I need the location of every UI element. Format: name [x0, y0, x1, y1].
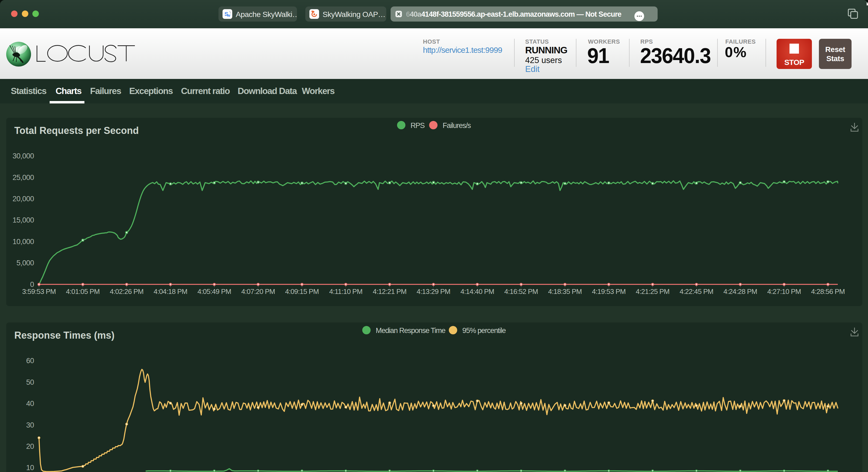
svg-text:10: 10	[26, 464, 34, 472]
svg-text:4:04:18 PM: 4:04:18 PM	[154, 288, 187, 296]
svg-text:15,000: 15,000	[12, 216, 34, 224]
svg-text:4:14:40 PM: 4:14:40 PM	[460, 288, 494, 296]
svg-text:4:21:25 PM: 4:21:25 PM	[636, 288, 670, 296]
svg-text:30: 30	[26, 421, 34, 429]
svg-text:4:01:05 PM: 4:01:05 PM	[66, 288, 100, 296]
svg-text:4:22:45 PM: 4:22:45 PM	[680, 288, 713, 296]
svg-text:25,000: 25,000	[12, 173, 34, 181]
svg-text:4:16:52 PM: 4:16:52 PM	[504, 288, 538, 296]
svg-text:5,000: 5,000	[17, 259, 34, 267]
svg-text:4:27:10 PM: 4:27:10 PM	[767, 288, 801, 296]
svg-text:4:12:21 PM: 4:12:21 PM	[373, 288, 406, 296]
svg-text:4:19:53 PM: 4:19:53 PM	[592, 288, 626, 296]
svg-text:20,000: 20,000	[12, 195, 34, 203]
svg-text:3:59:53 PM: 3:59:53 PM	[22, 288, 56, 296]
svg-text:40: 40	[26, 400, 34, 408]
svg-text:10,000: 10,000	[12, 238, 34, 246]
svg-text:4:11:10 PM: 4:11:10 PM	[329, 288, 362, 296]
svg-text:4:13:29 PM: 4:13:29 PM	[417, 288, 451, 296]
svg-text:60: 60	[26, 357, 34, 365]
svg-text:4:18:35 PM: 4:18:35 PM	[548, 288, 582, 296]
svg-text:50: 50	[26, 378, 34, 386]
svg-text:30,000: 30,000	[12, 152, 34, 160]
svg-text:w: w	[227, 13, 230, 18]
svg-text:4:02:26 PM: 4:02:26 PM	[110, 288, 144, 296]
svg-text:20: 20	[26, 442, 34, 450]
svg-text:4:07:20 PM: 4:07:20 PM	[241, 288, 275, 296]
svg-text:4:28:56 PM: 4:28:56 PM	[811, 288, 845, 296]
svg-text:4:05:49 PM: 4:05:49 PM	[197, 288, 231, 296]
svg-text:4:09:15 PM: 4:09:15 PM	[285, 288, 319, 296]
svg-text:4:24:28 PM: 4:24:28 PM	[723, 288, 757, 296]
svg-text:0: 0	[30, 280, 34, 289]
